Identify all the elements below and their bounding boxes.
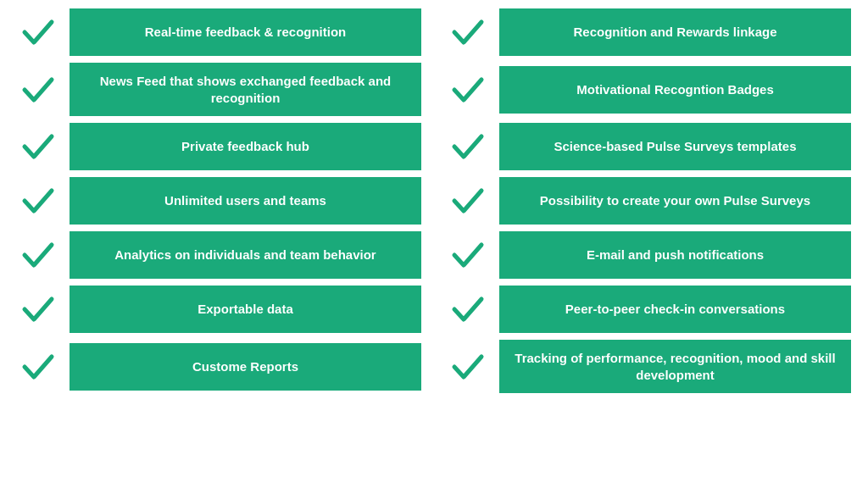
- feature-label-left: Analytics on individuals and team behavi…: [70, 231, 421, 279]
- feature-label-right: Tracking of performance, recognition, mo…: [499, 340, 851, 393]
- feature-row-left: Private feedback hub: [17, 123, 421, 170]
- feature-label-right: Possibility to create your own Pulse Sur…: [499, 177, 851, 225]
- feature-row-left: Custome Reports: [17, 340, 421, 393]
- check-icon: [447, 125, 489, 168]
- feature-row-left: Analytics on individuals and team behavi…: [17, 231, 421, 279]
- check-icon: [17, 234, 59, 276]
- feature-label-left: Unlimited users and teams: [70, 177, 421, 225]
- check-icon: [447, 288, 489, 330]
- feature-row-right: Tracking of performance, recognition, mo…: [447, 340, 851, 393]
- check-icon: [17, 69, 59, 111]
- feature-label-right: Motivational Recogntion Badges: [499, 66, 851, 114]
- check-icon: [447, 180, 489, 222]
- feature-row-right: Recognition and Rewards linkage: [447, 8, 851, 56]
- feature-label-left: Private feedback hub: [70, 123, 421, 170]
- feature-label-left: Real-time feedback & recognition: [70, 8, 421, 56]
- feature-label-right: Recognition and Rewards linkage: [499, 8, 851, 56]
- feature-row-right: Science-based Pulse Surveys templates: [447, 123, 851, 170]
- feature-label-left: Exportable data: [70, 286, 421, 333]
- feature-row-left: Real-time feedback & recognition: [17, 8, 421, 56]
- check-icon: [447, 11, 489, 53]
- feature-label-left: News Feed that shows exchanged feedback …: [70, 63, 421, 116]
- feature-row-left: News Feed that shows exchanged feedback …: [17, 63, 421, 116]
- check-icon: [447, 69, 489, 111]
- check-icon: [447, 346, 489, 388]
- feature-row-right: E-mail and push notifications: [447, 231, 851, 279]
- check-icon: [17, 346, 59, 388]
- check-icon: [17, 125, 59, 168]
- check-icon: [447, 234, 489, 276]
- feature-row-left: Unlimited users and teams: [17, 177, 421, 225]
- check-icon: [17, 288, 59, 330]
- feature-row-right: Possibility to create your own Pulse Sur…: [447, 177, 851, 225]
- feature-label-right: Peer-to-peer check-in conversations: [499, 286, 851, 333]
- feature-label-right: E-mail and push notifications: [499, 231, 851, 279]
- feature-row-right: Motivational Recogntion Badges: [447, 63, 851, 116]
- feature-label-left: Custome Reports: [70, 343, 421, 391]
- feature-row-left: Exportable data: [17, 286, 421, 333]
- feature-label-right: Science-based Pulse Surveys templates: [499, 123, 851, 170]
- check-icon: [17, 180, 59, 222]
- check-icon: [17, 11, 59, 53]
- features-grid: Real-time feedback & recognition Recogni…: [0, 0, 868, 402]
- feature-row-right: Peer-to-peer check-in conversations: [447, 286, 851, 333]
